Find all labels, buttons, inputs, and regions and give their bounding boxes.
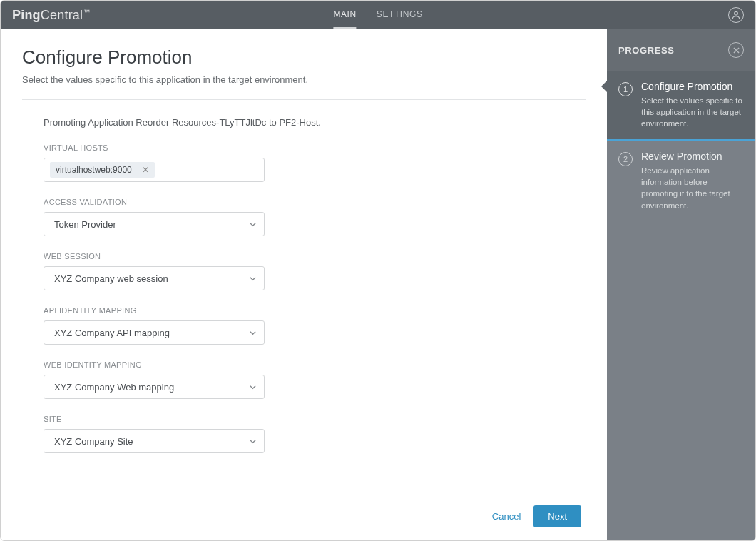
- page-title: Configure Promotion: [22, 46, 586, 69]
- select-site[interactable]: XYZ Company Site: [44, 429, 265, 453]
- brand-tm: ™: [83, 9, 90, 16]
- remove-tag-icon[interactable]: ✕: [142, 166, 149, 174]
- chevron-down-icon: [249, 438, 257, 445]
- nav-settings[interactable]: SETTINGS: [377, 1, 423, 29]
- promoting-text: Promoting Application Reorder Resources-…: [44, 117, 586, 128]
- select-web-session-value: XYZ Company web session: [54, 273, 168, 284]
- field-web-identity-mapping: WEB IDENTITY MAPPING XYZ Company Web map…: [44, 360, 586, 399]
- field-access-validation: ACCESS VALIDATION Token Provider: [44, 198, 586, 236]
- step-title: Configure Promotion: [641, 81, 744, 92]
- chevron-down-icon: [249, 383, 257, 391]
- body-split: Configure Promotion Select the values sp…: [1, 29, 755, 540]
- step-title: Review Promotion: [641, 151, 744, 162]
- svg-point-0: [735, 11, 738, 15]
- main-panel: Configure Promotion Select the values sp…: [1, 29, 607, 540]
- close-icon[interactable]: [728, 42, 744, 58]
- progress-sidebar: PROGRESS 1 Configure Promotion Select th…: [607, 29, 755, 540]
- brand-part1: Ping: [12, 8, 41, 22]
- chevron-down-icon: [249, 221, 257, 228]
- step-configure-promotion[interactable]: 1 Configure Promotion Select the values …: [607, 71, 755, 141]
- select-site-value: XYZ Company Site: [54, 436, 133, 447]
- select-web-identity-mapping[interactable]: XYZ Company Web mapping: [44, 375, 265, 399]
- sidebar-title: PROGRESS: [618, 45, 674, 56]
- select-access-validation[interactable]: Token Provider: [44, 212, 265, 236]
- step-review-promotion[interactable]: 2 Review Promotion Review application in…: [607, 141, 755, 222]
- sidebar-header: PROGRESS: [607, 29, 755, 71]
- tag-virtual-host-label: virtualhostweb:9000: [56, 165, 132, 175]
- field-api-identity-mapping: API IDENTITY MAPPING XYZ Company API map…: [44, 306, 586, 345]
- select-web-identity-mapping-value: XYZ Company Web mapping: [54, 382, 174, 393]
- select-api-identity-mapping-value: XYZ Company API mapping: [54, 328, 170, 338]
- field-site: SITE XYZ Company Site: [44, 415, 586, 453]
- select-web-session[interactable]: XYZ Company web session: [44, 266, 265, 290]
- action-bar: Cancel Next: [22, 505, 586, 527]
- nav-main[interactable]: MAIN: [333, 1, 356, 29]
- top-nav: MAIN SETTINGS: [333, 1, 422, 29]
- divider: [22, 99, 586, 100]
- label-virtual-hosts: VIRTUAL HOSTS: [44, 143, 586, 152]
- app-shell: PingCentral™ MAIN SETTINGS Configure Pro…: [0, 0, 756, 541]
- select-api-identity-mapping[interactable]: XYZ Company API mapping: [44, 320, 265, 345]
- divider: [22, 492, 586, 492]
- label-api-identity-mapping: API IDENTITY MAPPING: [44, 306, 586, 315]
- page-subtitle: Select the values specific to this appli…: [22, 74, 586, 85]
- chevron-down-icon: [249, 329, 257, 337]
- step-desc: Review application information before pr…: [641, 165, 744, 211]
- label-site: SITE: [44, 415, 586, 423]
- brand-part2: Central: [41, 8, 83, 22]
- select-access-validation-value: Token Provider: [54, 219, 116, 230]
- chevron-down-icon: [249, 275, 257, 283]
- cancel-button[interactable]: Cancel: [492, 511, 521, 522]
- brand-logo: PingCentral™: [12, 8, 90, 23]
- label-web-session: WEB SESSION: [44, 252, 586, 261]
- form: VIRTUAL HOSTS virtualhostweb:9000 ✕ ACCE…: [44, 143, 586, 469]
- step-desc: Select the values specific to this appli…: [641, 95, 744, 129]
- label-web-identity-mapping: WEB IDENTITY MAPPING: [44, 360, 586, 369]
- field-web-session: WEB SESSION XYZ Company web session: [44, 252, 586, 290]
- field-virtual-hosts: VIRTUAL HOSTS virtualhostweb:9000 ✕: [44, 143, 586, 182]
- tag-virtual-host: virtualhostweb:9000 ✕: [50, 162, 155, 178]
- label-access-validation: ACCESS VALIDATION: [44, 198, 586, 206]
- topbar: PingCentral™ MAIN SETTINGS: [1, 1, 755, 29]
- tagbox-virtual-hosts[interactable]: virtualhostweb:9000 ✕: [44, 158, 265, 182]
- step-number: 2: [618, 152, 633, 166]
- user-icon[interactable]: [728, 7, 744, 23]
- next-button[interactable]: Next: [533, 505, 581, 527]
- step-number: 1: [618, 82, 633, 96]
